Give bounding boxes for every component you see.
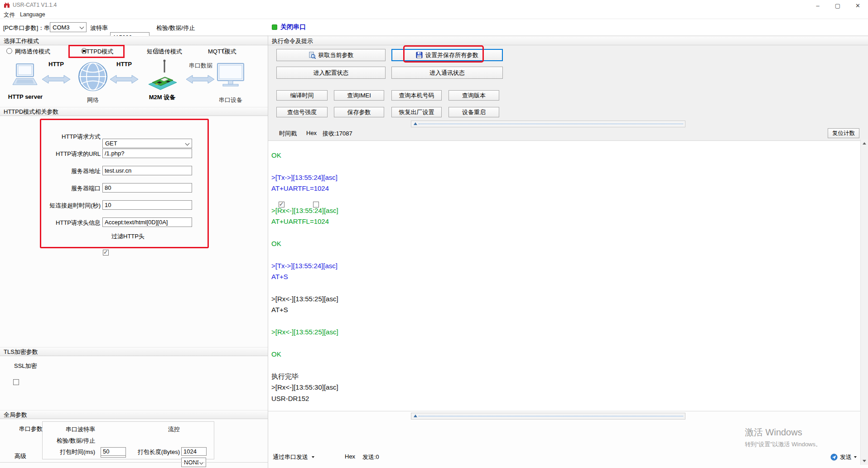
port-open-status-icon bbox=[272, 24, 277, 30]
command-section-header: 执行命令及提示 bbox=[268, 36, 868, 45]
slider-thumb-icon[interactable] bbox=[414, 122, 417, 125]
http-url-input[interactable] bbox=[102, 149, 192, 158]
serial-toolbar: [PC串口参数]：串口号 COM3 波特率 115200 检验/数据/停止 NO… bbox=[0, 19, 868, 36]
log-line: OK bbox=[271, 349, 857, 360]
log-line bbox=[271, 194, 857, 205]
query-version-button[interactable]: 查询版本 bbox=[448, 90, 499, 101]
send-panel-bg bbox=[268, 412, 868, 468]
reset-counter-button[interactable]: 复位计数 bbox=[828, 128, 859, 138]
activate-windows-watermark: 激活 Windows bbox=[745, 426, 802, 439]
get-current-params-button[interactable]: 获取当前参数 bbox=[276, 49, 386, 61]
ssl-encrypt-checkbox[interactable] bbox=[13, 379, 19, 385]
log-line: >[Rx<-][13:55:24][asc] bbox=[271, 205, 857, 216]
baud-label: 波特率 bbox=[90, 24, 108, 32]
advanced-label[interactable]: 高级 bbox=[14, 452, 26, 460]
http-method-select[interactable]: GET bbox=[102, 139, 192, 148]
scroll-down-icon[interactable] bbox=[863, 460, 866, 462]
save-floppy-icon bbox=[416, 52, 423, 58]
mode-section-header: 选择工作模式 bbox=[0, 36, 268, 45]
enter-config-state-button[interactable]: 进入配置状态 bbox=[276, 67, 386, 79]
log-area[interactable]: OK>[Tx->][13:55:24][asc]AT+UARTFL=1024>[… bbox=[268, 140, 857, 410]
radio-net-passthrough[interactable] bbox=[6, 48, 12, 54]
log-line: >[Tx->][13:55:24][asc] bbox=[271, 261, 857, 271]
double-arrow-icon-3 bbox=[186, 74, 215, 84]
diagram-node-serial-device: 串口设备 bbox=[217, 96, 245, 104]
pack-time-input[interactable] bbox=[101, 447, 126, 456]
left-bottom-divider bbox=[0, 462, 268, 463]
log-line: AT+S bbox=[271, 304, 857, 315]
server-address-input[interactable] bbox=[102, 166, 192, 175]
log-line bbox=[271, 360, 857, 371]
log-line: USR-DR152 bbox=[271, 393, 857, 404]
send-via-serial-dropdown[interactable]: 通过串口发送 bbox=[273, 452, 314, 462]
log-line: >[Rx<-][13:55:30][asc] bbox=[271, 382, 857, 393]
flow-control-label: 流控 bbox=[154, 425, 180, 434]
log-line: OK bbox=[271, 238, 857, 249]
activate-windows-watermark-sub: 转到“设置”以激活 Windows。 bbox=[745, 440, 821, 449]
parity-data-stop-label: 检验/数据/停止 bbox=[156, 24, 195, 32]
scroll-up-icon[interactable] bbox=[863, 142, 866, 145]
double-arrow-icon-1 bbox=[42, 74, 71, 84]
font-size-slider-top[interactable] bbox=[411, 121, 685, 127]
enter-comm-state-label: 进入通讯状态 bbox=[429, 69, 465, 77]
send-hex-label[interactable]: Hex bbox=[345, 453, 355, 460]
compile-time-button[interactable]: 编译时间 bbox=[276, 90, 328, 101]
menu-language[interactable]: Language bbox=[20, 11, 45, 18]
ssl-encrypt-label[interactable]: SSL加密 bbox=[14, 362, 37, 370]
send-dropdown-caret-icon[interactable] bbox=[854, 456, 857, 458]
tls-section-header: TLS加密参数 bbox=[0, 347, 268, 356]
menu-file[interactable]: 文件 bbox=[4, 11, 15, 19]
short-conn-timeout-input[interactable] bbox=[102, 200, 192, 210]
laptop-icon bbox=[12, 63, 38, 88]
server-port-label: 服务器端口 bbox=[25, 184, 101, 193]
send-button-label: 发送 bbox=[840, 453, 852, 461]
log-line bbox=[271, 283, 857, 294]
enter-comm-state-button[interactable]: 进入通讯状态 bbox=[391, 67, 503, 79]
radio-httpd-mode-label[interactable]: HTTPD模式 bbox=[82, 48, 113, 56]
send-icon bbox=[830, 454, 838, 461]
menu-bar: 文件 Language bbox=[0, 10, 868, 19]
query-signal-button[interactable]: 查信号强度 bbox=[276, 107, 328, 117]
filter-http-header-label[interactable]: 过滤HTTP头 bbox=[111, 232, 145, 241]
http-header-label: HTTP请求头信息 bbox=[25, 219, 101, 227]
serial-device-monitor-icon bbox=[217, 63, 245, 89]
server-port-input[interactable] bbox=[102, 183, 192, 193]
log-scrollbar[interactable] bbox=[860, 140, 868, 465]
set-save-all-params-label: 设置并保存所有参数 bbox=[425, 51, 478, 59]
log-line bbox=[271, 250, 857, 261]
pack-time-label: 打包时间(ms) bbox=[45, 448, 95, 456]
save-params-button[interactable]: 保存参数 bbox=[334, 107, 384, 117]
slider-thumb-icon[interactable] bbox=[414, 415, 417, 417]
filter-http-header-checkbox[interactable] bbox=[103, 250, 109, 256]
http-url-label: HTTP请求的URL bbox=[25, 150, 101, 158]
device-restart-button[interactable]: 设备重启 bbox=[448, 107, 499, 117]
title-bar: USR-CAT1 V1.1.4 – ▢ ✕ bbox=[0, 0, 868, 10]
factory-reset-button[interactable]: 恢复出厂设置 bbox=[391, 107, 442, 117]
send-button[interactable]: 发送 bbox=[830, 452, 857, 462]
http-header-input[interactable] bbox=[102, 217, 192, 227]
log-line bbox=[271, 316, 857, 327]
serial-param-group-label: 串口参数 bbox=[19, 425, 43, 433]
close-port-button[interactable]: 关闭串口 bbox=[272, 22, 306, 32]
radio-net-passthrough-label[interactable]: 网络透传模式 bbox=[15, 48, 50, 56]
global-parity-label: 检验/数据/停止 bbox=[45, 437, 95, 445]
httpd-section-header: HTTPD模式相关参数 bbox=[0, 107, 268, 116]
radio-sms-passthrough-label[interactable]: 短信透传模式 bbox=[147, 48, 182, 56]
com-port-select[interactable]: COM3 bbox=[50, 22, 87, 32]
log-line bbox=[271, 338, 857, 349]
diagram-node-http-server: HTTP server bbox=[3, 93, 48, 100]
set-save-all-params-button[interactable]: 设置并保存所有参数 bbox=[391, 49, 503, 61]
query-local-number-button[interactable]: 查询本机号码 bbox=[391, 90, 442, 101]
app-icon bbox=[4, 2, 10, 8]
log-line bbox=[271, 227, 857, 238]
query-imei-button[interactable]: 查询IMEI bbox=[334, 90, 384, 101]
log-line: >[Rx<-][13:55:25][asc] bbox=[271, 327, 857, 338]
pack-len-input[interactable] bbox=[181, 447, 207, 456]
network-globe-icon bbox=[78, 62, 108, 92]
font-size-slider-bottom[interactable] bbox=[411, 413, 685, 420]
timestamp-label[interactable]: 时间戳 bbox=[279, 130, 297, 138]
radio-mqtt-mode-label[interactable]: MQTT模式 bbox=[208, 48, 236, 56]
m2m-device-icon bbox=[146, 59, 178, 92]
close-port-label: 关闭串口 bbox=[280, 23, 306, 31]
log-hex-label[interactable]: Hex bbox=[306, 130, 317, 136]
